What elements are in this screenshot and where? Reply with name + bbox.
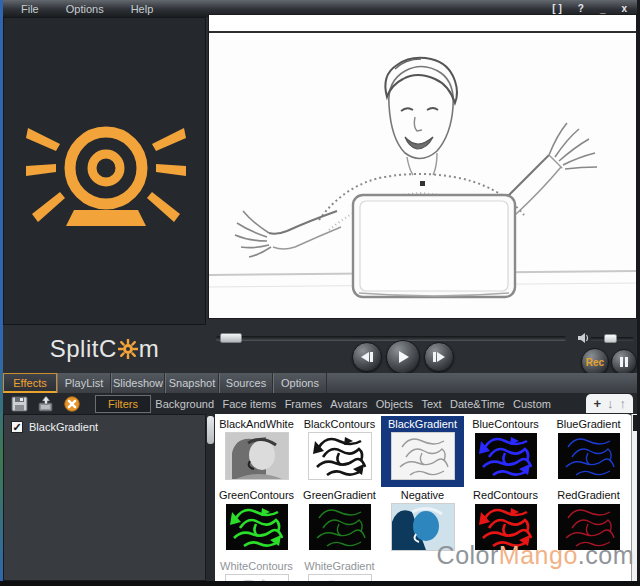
sun-icon — [118, 339, 138, 359]
effect-bluegradient[interactable]: BlueGradient — [547, 416, 630, 487]
effect-bluecontours[interactable]: BlueContours — [464, 416, 547, 487]
effect-label: BlueContours — [472, 416, 539, 432]
play-icon — [395, 349, 411, 365]
close-button[interactable]: x — [621, 3, 627, 14]
effect-greengradient[interactable]: GreenGradient — [298, 487, 381, 558]
list-scrollbar[interactable] — [206, 414, 215, 581]
tab-sources[interactable]: Sources — [219, 373, 273, 393]
watermark-mango: Mango — [499, 541, 578, 569]
seek-slider-thumb[interactable] — [220, 333, 242, 343]
splitcam-logo: SplitC m — [50, 335, 160, 363]
import-icon[interactable] — [37, 396, 55, 412]
add-effect-button[interactable]: + — [593, 397, 601, 411]
record-button-label: Rec — [586, 357, 604, 368]
brand-strip: SplitC m — [3, 325, 206, 373]
effect-blackgradient[interactable]: BlackGradient — [381, 416, 464, 487]
effect-label: RedGradient — [557, 487, 619, 503]
save-icon[interactable] — [11, 396, 29, 412]
webcam-logo-icon — [26, 106, 186, 241]
record-button[interactable]: Rec — [581, 348, 609, 376]
effect-thumbnail[interactable] — [226, 433, 288, 479]
step-forward-button[interactable] — [424, 342, 454, 372]
tab-snapshot[interactable]: Snapshot — [165, 373, 219, 393]
secondary-preview-panel — [3, 17, 206, 325]
brand-text-after: m — [139, 335, 160, 363]
video-preview-sketch — [209, 35, 636, 318]
applied-effect-checkbox[interactable]: ✓ — [11, 421, 23, 433]
list-scrollbar-thumb[interactable] — [207, 416, 214, 444]
arrange-buttons: +↓↑ — [586, 394, 633, 413]
filter-tab-frames[interactable]: Frames — [281, 396, 326, 412]
effect-label: BlueGradient — [556, 416, 620, 432]
help-button[interactable]: ? — [578, 3, 584, 14]
menubar: FileOptionsHelp — [3, 3, 162, 15]
effect-label: Negative — [401, 487, 444, 503]
applied-effects-list: ✓BlackGradient — [3, 414, 206, 581]
move-down-button[interactable]: ↓ — [607, 397, 614, 411]
filter-toolbar: FiltersBackgroundFace itemsFramesAvatars… — [3, 393, 637, 414]
minimize-button[interactable]: _ — [600, 3, 606, 14]
speaker-icon — [578, 332, 589, 344]
step-backward-button[interactable] — [352, 342, 382, 372]
splitcam-window: FileOptionsHelp [ ]?_x SplitC — [0, 0, 640, 586]
step-backward-icon — [359, 350, 375, 364]
applied-effect-row[interactable]: ✓BlackGradient — [4, 415, 205, 439]
seek-slider[interactable] — [216, 336, 566, 341]
effect-label: GreenContours — [219, 487, 294, 503]
effect-blackandwhite[interactable]: BlackAndWhite — [215, 416, 298, 487]
filter-tab-background[interactable]: Background — [151, 396, 218, 412]
filter-tab-objects[interactable]: Objects — [372, 396, 417, 412]
maximize-button[interactable]: [ ] — [552, 3, 561, 14]
effect-label: GreenGradient — [303, 487, 376, 503]
brand-text-before: SplitC — [50, 335, 117, 363]
effect-thumbnail[interactable] — [309, 433, 371, 479]
effect-label: BlackGradient — [388, 416, 457, 432]
video-preview — [208, 14, 637, 319]
move-up-button[interactable]: ↑ — [620, 397, 627, 411]
filter-tabs: FiltersBackgroundFace itemsFramesAvatars… — [95, 395, 555, 413]
main-tabbar: EffectsPlayListSlideshowSnapshotSourcesO… — [3, 373, 637, 393]
effect-whitegradient[interactable]: WhiteGradient — [298, 558, 381, 581]
effect-label: WhiteGradient — [304, 558, 374, 574]
tab-playlist[interactable]: PlayList — [57, 373, 111, 393]
menu-file[interactable]: File — [12, 3, 48, 15]
effect-whitecontours[interactable]: WhiteContours — [215, 558, 298, 581]
volume-slider[interactable] — [590, 337, 634, 341]
filter-tab-date-time[interactable]: Date&Time — [446, 396, 509, 412]
pause-icon — [618, 356, 630, 368]
pause-button[interactable] — [611, 349, 637, 375]
tab-slideshow[interactable]: Slideshow — [111, 373, 165, 393]
filter-tab-text[interactable]: Text — [417, 396, 445, 412]
step-forward-icon — [431, 350, 447, 364]
colormango-watermark: ColorMango.com — [437, 541, 634, 570]
effect-thumbnail[interactable] — [392, 433, 454, 479]
filter-tab-custom[interactable]: Custom — [509, 396, 555, 412]
effect-thumbnail[interactable] — [558, 433, 620, 479]
filter-tab-face-items[interactable]: Face items — [218, 396, 280, 412]
effect-label: BlackAndWhite — [219, 416, 294, 432]
effect-thumbnail[interactable] — [309, 504, 371, 550]
window-edge-bottom — [0, 581, 640, 586]
effect-greencontours[interactable]: GreenContours — [215, 487, 298, 558]
volume-control[interactable] — [578, 331, 636, 345]
delete-icon[interactable] — [63, 396, 81, 412]
effect-label: WhiteContours — [220, 558, 293, 574]
effect-thumbnail[interactable] — [226, 504, 288, 550]
play-button[interactable] — [386, 340, 420, 374]
volume-slider-thumb[interactable] — [604, 334, 617, 343]
video-top-strip — [209, 15, 636, 33]
watermark-color: Color — [437, 541, 499, 569]
applied-effect-label: BlackGradient — [29, 421, 98, 433]
menu-options[interactable]: Options — [57, 3, 113, 15]
menu-help[interactable]: Help — [122, 3, 163, 15]
effect-thumbnail[interactable] — [475, 433, 537, 479]
window-controls: [ ]?_x — [552, 3, 627, 14]
watermark-com: .com — [578, 541, 634, 569]
filter-tab-filters[interactable]: Filters — [95, 395, 151, 413]
effect-blackcontours[interactable]: BlackContours — [298, 416, 381, 487]
tab-options[interactable]: Options — [273, 373, 327, 393]
tab-effects[interactable]: Effects — [3, 373, 57, 393]
filter-tab-avatars[interactable]: Avatars — [326, 396, 371, 412]
grid-scrollbar-thumb[interactable] — [633, 415, 637, 431]
effect-label: RedContours — [473, 487, 538, 503]
